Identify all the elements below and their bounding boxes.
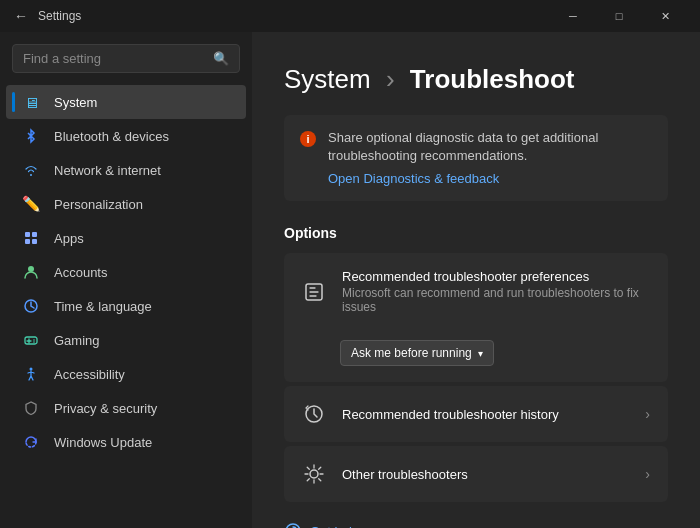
get-help-icon (284, 522, 302, 528)
troubleshooter-history-card[interactable]: Recommended troubleshooter history › (284, 386, 668, 442)
svg-rect-1 (32, 232, 37, 237)
sidebar-item-update-label: Windows Update (54, 435, 152, 450)
dropdown-label: Ask me before running (351, 346, 472, 360)
other-troubleshooters-card[interactable]: Other troubleshooters › (284, 446, 668, 502)
privacy-icon (22, 399, 40, 417)
close-button[interactable]: ✕ (642, 0, 688, 32)
back-button[interactable]: ← (12, 7, 30, 25)
titlebar-title: Settings (38, 9, 81, 23)
window-controls: ─ □ ✕ (550, 0, 688, 32)
troubleshooter-prefs-card[interactable]: Recommended troubleshooter preferences M… (284, 253, 668, 382)
diagnostics-link[interactable]: Open Diagnostics & feedback (328, 171, 499, 186)
other-title: Other troubleshooters (342, 467, 629, 482)
breadcrumb-separator: › (386, 64, 395, 94)
maximize-button[interactable]: □ (596, 0, 642, 32)
sidebar-item-personalization-label: Personalization (54, 197, 143, 212)
sidebar-item-bluetooth-label: Bluetooth & devices (54, 129, 169, 144)
sidebar-item-privacy-label: Privacy & security (54, 401, 157, 416)
sidebar-item-personalization[interactable]: ✏️ Personalization (6, 187, 246, 221)
svg-point-12 (310, 470, 318, 478)
accounts-icon (22, 263, 40, 281)
info-text: Share optional diagnostic data to get ad… (328, 129, 652, 187)
troubleshooter-prefs-icon (302, 280, 326, 304)
history-title: Recommended troubleshooter history (342, 407, 629, 422)
history-chevron-icon: › (645, 406, 650, 422)
gaming-icon (22, 331, 40, 349)
info-banner: i Share optional diagnostic data to get … (284, 115, 668, 201)
apps-icon (22, 229, 40, 247)
svg-rect-3 (32, 239, 37, 244)
sidebar-item-accounts-label: Accounts (54, 265, 107, 280)
ask-before-running-dropdown[interactable]: Ask me before running ▾ (340, 340, 494, 366)
time-icon (22, 297, 40, 315)
sidebar-item-system-label: System (54, 95, 97, 110)
svg-rect-0 (25, 232, 30, 237)
sidebar-item-system[interactable]: 🖥 System (6, 85, 246, 119)
options-heading: Options (284, 225, 668, 241)
sidebar-item-network-label: Network & internet (54, 163, 161, 178)
svg-point-8 (33, 341, 35, 343)
svg-rect-2 (25, 239, 30, 244)
sidebar-item-update[interactable]: Windows Update (6, 425, 246, 459)
system-icon: 🖥 (22, 93, 40, 111)
content-area: System › Troubleshoot i Share optional d… (252, 32, 700, 528)
get-help-label: Get help (310, 524, 359, 528)
troubleshooter-prefs-title: Recommended troubleshooter preferences (342, 269, 650, 284)
sidebar-item-bluetooth[interactable]: Bluetooth & devices (6, 119, 246, 153)
troubleshooter-prefs-desc: Microsoft can recommend and run troubles… (342, 286, 650, 314)
sidebar-item-time[interactable]: Time & language (6, 289, 246, 323)
page-title: Troubleshoot (410, 64, 575, 94)
accessibility-icon (22, 365, 40, 383)
svg-point-9 (30, 368, 33, 371)
svg-point-4 (28, 266, 34, 272)
sidebar-item-gaming[interactable]: Gaming (6, 323, 246, 357)
network-icon (22, 161, 40, 179)
history-content: Recommended troubleshooter history (342, 407, 629, 422)
other-icon (302, 462, 326, 486)
sidebar-item-time-label: Time & language (54, 299, 152, 314)
personalization-icon: ✏️ (22, 195, 40, 213)
update-icon (22, 433, 40, 451)
minimize-button[interactable]: ─ (550, 0, 596, 32)
sidebar-item-accessibility[interactable]: Accessibility (6, 357, 246, 391)
dropdown-chevron-icon: ▾ (478, 348, 483, 359)
banner-text: Share optional diagnostic data to get ad… (328, 129, 652, 165)
app-body: 🔍 🖥 System Bluetooth & devices Netw (0, 32, 700, 528)
titlebar: ← Settings ─ □ ✕ (0, 0, 700, 32)
other-content: Other troubleshooters (342, 467, 629, 482)
sidebar-item-accounts[interactable]: Accounts (6, 255, 246, 289)
sidebar-item-apps-label: Apps (54, 231, 84, 246)
sidebar-item-network[interactable]: Network & internet (6, 153, 246, 187)
breadcrumb-parent: System (284, 64, 371, 94)
history-icon (302, 402, 326, 426)
other-chevron-icon: › (645, 466, 650, 482)
sidebar-item-privacy[interactable]: Privacy & security (6, 391, 246, 425)
info-icon: i (300, 131, 316, 147)
svg-point-7 (33, 339, 35, 341)
search-icon: 🔍 (213, 51, 229, 66)
troubleshooter-prefs-content: Recommended troubleshooter preferences M… (342, 269, 650, 314)
search-box[interactable]: 🔍 (12, 44, 240, 73)
bluetooth-icon (22, 127, 40, 145)
page-header: System › Troubleshoot (284, 64, 668, 95)
search-input[interactable] (23, 51, 205, 66)
sidebar-item-accessibility-label: Accessibility (54, 367, 125, 382)
sidebar-item-apps[interactable]: Apps (6, 221, 246, 255)
sidebar: 🔍 🖥 System Bluetooth & devices Netw (0, 32, 252, 528)
sidebar-item-gaming-label: Gaming (54, 333, 100, 348)
get-help-link[interactable]: Get help (284, 522, 668, 528)
